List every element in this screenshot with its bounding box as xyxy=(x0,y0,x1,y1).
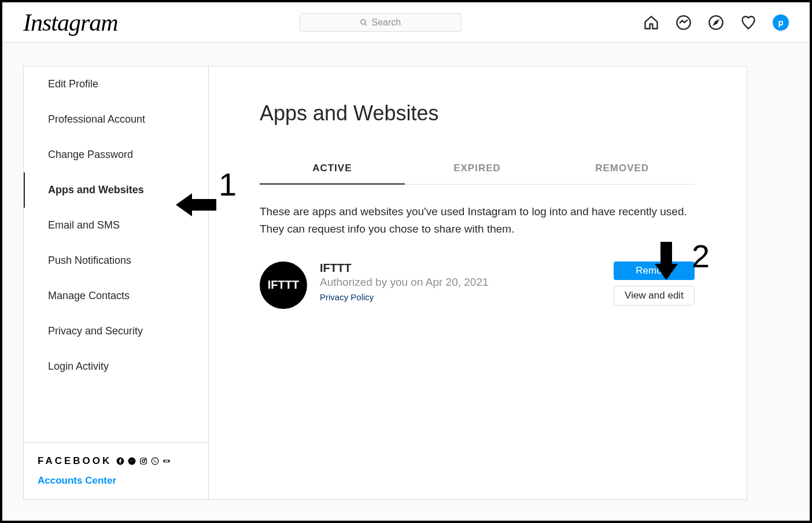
svg-line-1 xyxy=(365,23,367,25)
sidebar-item-change-password[interactable]: Change Password xyxy=(24,137,208,172)
facebook-family-icons xyxy=(116,457,171,465)
app-name: IFTTT xyxy=(320,262,601,275)
oculus-icon xyxy=(163,457,171,465)
sidebar-item-edit-profile[interactable]: Edit Profile xyxy=(24,67,208,102)
tabs: ACTIVE EXPIRED REMOVED xyxy=(260,153,695,185)
tab-description: These are apps and websites you've used … xyxy=(260,203,695,238)
sidebar-item-privacy-security[interactable]: Privacy and Security xyxy=(24,314,208,349)
sidebar-item-professional-account[interactable]: Professional Account xyxy=(24,102,208,137)
sidebar-item-manage-contacts[interactable]: Manage Contacts xyxy=(24,278,208,314)
svg-point-8 xyxy=(142,460,145,463)
messenger-small-icon xyxy=(128,457,136,465)
activity-icon[interactable] xyxy=(740,14,756,31)
app-icon-ifttt: IFTTT xyxy=(260,262,307,309)
sidebar-item-push-notifications[interactable]: Push Notifications xyxy=(24,243,208,278)
svg-point-10 xyxy=(152,458,159,465)
tab-removed[interactable]: REMOVED xyxy=(549,153,695,184)
sidebar-item-email-sms[interactable]: Email and SMS xyxy=(24,208,208,243)
home-icon[interactable] xyxy=(643,14,659,31)
sidebar-footer: FACEBOOK Accounts Center xyxy=(24,442,208,499)
facebook-brand: FACEBOOK xyxy=(38,455,112,467)
profile-avatar[interactable]: p xyxy=(773,14,789,31)
tab-expired[interactable]: EXPIRED xyxy=(405,153,550,184)
sidebar-item-apps-websites[interactable]: Apps and Websites xyxy=(24,172,208,208)
facebook-icon xyxy=(116,457,124,465)
svg-point-9 xyxy=(145,459,146,459)
messenger-icon[interactable] xyxy=(676,14,692,31)
app-row: IFTTT IFTTT Authorized by you on Apr 20,… xyxy=(260,262,695,309)
settings-sidebar: Edit Profile Professional Account Change… xyxy=(24,67,209,499)
svg-point-0 xyxy=(361,19,366,24)
search-placeholder: Search xyxy=(371,17,401,28)
settings-container: Edit Profile Professional Account Change… xyxy=(23,66,747,500)
svg-rect-12 xyxy=(165,461,169,462)
accounts-center-link[interactable]: Accounts Center xyxy=(38,475,194,487)
page-title: Apps and Websites xyxy=(260,101,695,126)
remove-button[interactable]: Remove xyxy=(614,262,695,280)
explore-icon[interactable] xyxy=(708,14,724,31)
search-container: Search xyxy=(118,13,643,32)
tab-active[interactable]: ACTIVE xyxy=(260,153,405,185)
search-icon xyxy=(360,19,368,27)
search-input[interactable]: Search xyxy=(300,13,462,32)
svg-marker-4 xyxy=(714,20,718,24)
nav-icons: p xyxy=(643,14,789,31)
facebook-brand-row: FACEBOOK xyxy=(38,455,194,467)
app-actions: Remove View and edit xyxy=(614,262,695,305)
app-info: IFTTT Authorized by you on Apr 20, 2021 … xyxy=(320,262,601,302)
top-navigation: Instagram Search p xyxy=(2,2,810,43)
instagram-small-icon xyxy=(139,457,147,465)
app-privacy-link[interactable]: Privacy Policy xyxy=(320,292,601,302)
whatsapp-icon xyxy=(151,457,159,465)
main-content: Apps and Websites ACTIVE EXPIRED REMOVED… xyxy=(209,67,747,499)
app-authorized-text: Authorized by you on Apr 20, 2021 xyxy=(320,276,601,289)
view-edit-button[interactable]: View and edit xyxy=(614,286,695,305)
instagram-logo[interactable]: Instagram xyxy=(23,9,118,36)
sidebar-item-login-activity[interactable]: Login Activity xyxy=(24,349,208,384)
